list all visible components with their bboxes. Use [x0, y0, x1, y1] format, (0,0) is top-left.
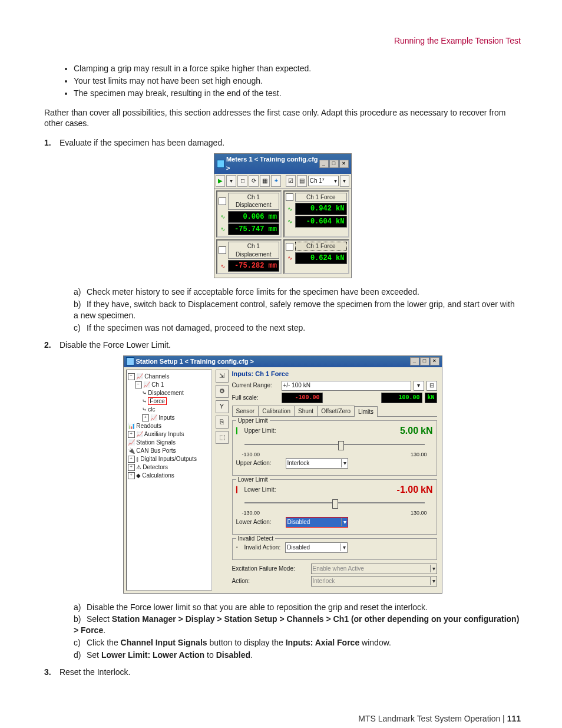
- current-range-label: Current Range:: [232, 381, 279, 390]
- invalid-detect-group: Invalid Detect ▫ Invalid Action: Disable…: [232, 538, 437, 560]
- lower-action-combo[interactable]: Disabled▾: [286, 517, 348, 528]
- refresh-button[interactable]: ⟳: [249, 175, 259, 187]
- substep-1c: c)If the specimen was not damaged, proce…: [74, 322, 521, 334]
- dropdown-arrow-icon[interactable]: ▾: [414, 381, 424, 391]
- window-titlebar[interactable]: Station Setup 1 < Training config.cfg > …: [124, 356, 442, 367]
- upper-action-label: Upper Action:: [236, 459, 283, 467]
- action-combo: Interlock▾: [311, 576, 437, 587]
- meter-checkbox[interactable]: [286, 193, 293, 201]
- toolbar-button[interactable]: □: [237, 175, 247, 187]
- inputs-panel: Inputs: Ch 1 Force Current Range: +/- 10…: [230, 367, 442, 593]
- substep-2b: b)Select Station Manager > Display > Sta…: [74, 614, 521, 636]
- unit-label: kN: [425, 393, 437, 403]
- check-toggle[interactable]: ☑: [286, 175, 296, 187]
- window-titlebar[interactable]: Meters 1 < Training config.cfg > _ □ ×: [214, 154, 351, 174]
- toolbar-button[interactable]: ▾: [226, 175, 236, 187]
- footer-book-title: MTS Landmark Test System Operation: [358, 714, 500, 723]
- lower-limit-value: -1.00: [278, 483, 418, 496]
- meter-value: -0.604 kN: [295, 216, 347, 228]
- step-text: Disable the Force Lower Limit.: [59, 340, 171, 350]
- aux-button[interactable]: ⊟: [427, 381, 437, 391]
- unit-label: kN: [421, 483, 432, 496]
- step-3: 3. Reset the Interlock.: [44, 667, 521, 678]
- meter-checkbox[interactable]: [286, 243, 293, 251]
- step-text: Evaluate if the specimen has been damage…: [59, 138, 224, 147]
- tool-button[interactable]: ⇲: [216, 370, 229, 383]
- tool-button[interactable]: ⎘: [216, 416, 229, 429]
- step-number: 1.: [44, 137, 57, 149]
- invalid-action-combo[interactable]: Disabled▾: [285, 542, 348, 553]
- grid-button[interactable]: ▦: [260, 175, 270, 187]
- page-footer: MTS Landmark Test System Operation | 111: [41, 713, 521, 724]
- intro-bullet-list: Clamping a grip may result in a force sp…: [41, 63, 521, 99]
- meter-label-button[interactable]: Ch 1 Force: [295, 193, 347, 202]
- tool-button[interactable]: Y: [216, 400, 229, 413]
- efm-label: Excitation Failure Mode:: [232, 565, 309, 573]
- meter-label-button[interactable]: Ch 1 Displacement: [228, 193, 280, 210]
- footer-page-number: 111: [507, 714, 521, 723]
- tab-sensor[interactable]: Sensor: [232, 406, 259, 417]
- close-button[interactable]: ×: [430, 357, 439, 365]
- meter-ch1-force-2: Ch 1 Force ∿0.624 kN: [283, 239, 349, 274]
- minimize-button[interactable]: _: [319, 160, 329, 168]
- meter-ch1-displacement-2: Ch 1 Displacement ∿-75.282 mm: [216, 239, 282, 274]
- full-scale-label: Full scale:: [232, 394, 279, 402]
- minimize-button[interactable]: _: [410, 357, 419, 365]
- upper-limit-group: Upper Limit ▎ Upper Limit: 5.00 kN: [232, 420, 437, 476]
- unit-label: kN: [421, 424, 432, 437]
- substep-2a: a)Disable the Force lower limit so that …: [74, 602, 521, 613]
- substep-1a: a)Check meter history to see if acceptab…: [74, 286, 521, 298]
- tree-node-force[interactable]: Force: [148, 397, 167, 405]
- tab-calibration[interactable]: Calibration: [258, 406, 295, 417]
- efm-combo: Enable when Active▾: [311, 564, 437, 574]
- upper-limit-value: 5.00: [278, 424, 418, 437]
- lower-limit-slider[interactable]: [236, 498, 433, 508]
- window-title: Meters 1 < Training config.cfg >: [226, 155, 319, 173]
- sine-icon: ∿: [286, 254, 294, 262]
- lower-limit-group: Lower Limit ▎ Lower Limit: -1.00 kN: [232, 479, 437, 535]
- close-button[interactable]: ×: [339, 160, 349, 168]
- meter-label-button[interactable]: Ch 1 Displacement: [228, 242, 280, 259]
- action-label: Action:: [232, 577, 309, 585]
- play-button[interactable]: ▶: [216, 175, 226, 187]
- station-setup-window: Station Setup 1 < Training config.cfg > …: [123, 355, 442, 594]
- bullet-item: The specimen may break, resulting in the…: [74, 88, 521, 99]
- channel-combo[interactable]: Ch 1*▾: [308, 176, 339, 186]
- intro-paragraph: Rather than cover all possibilities, thi…: [41, 107, 521, 130]
- meter-checkbox[interactable]: [219, 197, 226, 205]
- sine-icon: ∿: [286, 205, 294, 213]
- meter-value: -75.282 mm: [228, 260, 280, 272]
- current-range-combo[interactable]: +/- 100 kN: [282, 381, 411, 391]
- bullet-item: Your test limits may not have been set h…: [74, 75, 521, 87]
- tool-column: ⇲ ⚙ Y ⎘ ⬚: [214, 367, 230, 593]
- tab-strip: Sensor Calibration Shunt Offset/Zero Lim…: [232, 406, 437, 417]
- invalid-action-label: Invalid Action:: [244, 543, 281, 552]
- step-1: 1. Evaluate if the specimen has been dam…: [44, 137, 521, 334]
- tab-shunt[interactable]: Shunt: [294, 406, 318, 417]
- tool-button[interactable]: ⬚: [216, 431, 229, 444]
- limit-marker-icon: ▎: [236, 486, 242, 494]
- meters-window: Meters 1 < Training config.cfg > _ □ × ▶…: [214, 153, 352, 278]
- tab-limits[interactable]: Limits: [354, 406, 378, 417]
- limit-marker-icon: ▎: [236, 427, 242, 435]
- toolbar-button[interactable]: ▤: [297, 175, 307, 187]
- meter-ch1-force: Ch 1 Force ∿0.942 kN ∿-0.604 kN: [283, 190, 349, 238]
- maximize-button[interactable]: □: [420, 357, 429, 365]
- tool-button[interactable]: ⚙: [216, 385, 229, 398]
- substep-2c: c)Click the Channel Input Signals button…: [74, 637, 521, 648]
- add-button[interactable]: +: [271, 175, 281, 187]
- nav-tree[interactable]: −📈 Channels −📈 Ch 1 ⤷ Displacement ⤷ For…: [126, 370, 212, 591]
- step-number: 3.: [44, 667, 57, 678]
- full-scale-high: 100.00: [381, 393, 422, 403]
- toolbar-button[interactable]: ▾: [340, 175, 350, 187]
- upper-action-combo[interactable]: Interlock▾: [286, 458, 348, 469]
- meters-toolbar: ▶ ▾ □ ⟳ ▦ + ☑ ▤ Ch 1*▾ ▾: [214, 174, 351, 189]
- meter-label-button[interactable]: Ch 1 Force: [295, 242, 347, 251]
- step-2: 2. Disable the Force Lower Limit. Statio…: [44, 340, 521, 661]
- meter-checkbox[interactable]: [219, 246, 226, 254]
- sine-icon: ∿: [286, 218, 294, 226]
- maximize-button[interactable]: □: [329, 160, 339, 168]
- tab-offsetzero[interactable]: Offset/Zero: [317, 406, 355, 417]
- window-title: Station Setup 1 < Training config.cfg >: [136, 357, 254, 366]
- upper-limit-slider[interactable]: [236, 439, 433, 450]
